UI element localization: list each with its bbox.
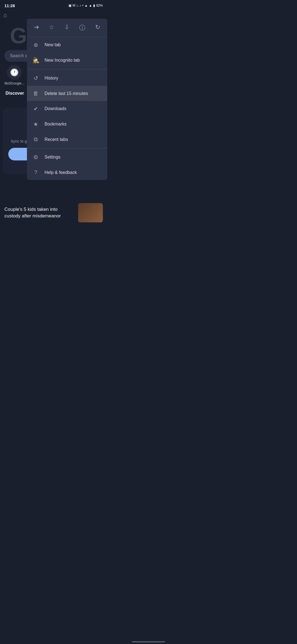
menu-item-recent-tabs[interactable]: ⧉ Recent tabs bbox=[27, 132, 107, 147]
menu-item-downloads[interactable]: ✔ Downloads bbox=[27, 101, 107, 116]
menu-item-history[interactable]: ↺ History bbox=[27, 70, 107, 86]
menu-label-settings: Settings bbox=[45, 155, 61, 160]
menu-label-help: Help & feedback bbox=[45, 170, 77, 175]
email-icon: M bbox=[73, 4, 75, 7]
settings-icon: ⚙ bbox=[32, 154, 39, 160]
house-icon: ⌂ bbox=[76, 4, 78, 7]
forward-icon[interactable]: ➔ bbox=[32, 23, 41, 33]
new-tab-icon: ⊕ bbox=[32, 42, 39, 48]
recent-tabs-icon: ⧉ bbox=[32, 136, 39, 143]
downloads-icon: ✔ bbox=[32, 105, 39, 112]
menu-item-settings[interactable]: ⚙ Settings bbox=[27, 149, 107, 165]
wifi-icon: ▲ bbox=[84, 4, 88, 7]
download-icon[interactable]: ⇩ bbox=[62, 23, 72, 33]
menu-label-delete-last: Delete last 15 minutes bbox=[45, 91, 88, 96]
divider-1 bbox=[27, 69, 107, 69]
news-thumbnail bbox=[78, 203, 103, 222]
history-icon: ↺ bbox=[32, 75, 39, 81]
bookmarks-icon: ★ bbox=[32, 121, 39, 127]
menu-item-help[interactable]: ? Help & feedback bbox=[27, 165, 107, 180]
menu-label-history: History bbox=[45, 76, 58, 81]
music-icon: ♪ bbox=[79, 4, 81, 7]
help-icon: ? bbox=[32, 169, 39, 176]
info-icon[interactable]: ⓘ bbox=[77, 23, 87, 33]
signal-icon: ▲ bbox=[89, 4, 92, 7]
menu-label-new-tab: New tab bbox=[45, 42, 61, 47]
menu-item-new-incognito[interactable]: 🕵 New Incognito tab bbox=[27, 53, 107, 68]
battery-pct: 82% bbox=[96, 4, 103, 7]
menu-toolbar: ➔ ☆ ⇩ ⓘ ↻ bbox=[27, 19, 107, 37]
battery-icon: ▮ bbox=[93, 4, 95, 7]
news-card[interactable]: Couple's 5 kids taken into custody after… bbox=[0, 199, 107, 227]
shortcut-9to5google[interactable]: 🕐 9to5Google... bbox=[4, 65, 24, 85]
status-icons: ▣ M ⌂ ♪ • ▲ ▲ ▮ 82% bbox=[68, 4, 103, 7]
menu-label-downloads: Downloads bbox=[45, 106, 66, 111]
menu-item-bookmarks[interactable]: ★ Bookmarks bbox=[27, 116, 107, 132]
delete-icon: 🗑 bbox=[32, 90, 39, 97]
status-time: 11:28 bbox=[4, 3, 15, 8]
dot-icon: • bbox=[82, 4, 83, 7]
menu-item-new-tab[interactable]: ⊕ New tab bbox=[27, 37, 107, 53]
divider-2 bbox=[27, 148, 107, 148]
refresh-icon[interactable]: ↻ bbox=[93, 23, 102, 33]
news-text: Couple's 5 kids taken into custody after… bbox=[4, 206, 75, 219]
status-bar: 11:28 ▣ M ⌂ ♪ • ▲ ▲ ▮ 82% bbox=[0, 0, 107, 10]
home-icon[interactable]: ⌂ bbox=[3, 12, 7, 19]
shortcut-label-9to5: 9to5Google... bbox=[4, 81, 24, 85]
notification-icon: ▣ bbox=[68, 4, 72, 7]
incognito-icon: 🕵 bbox=[32, 57, 39, 64]
menu-overlay: ➔ ☆ ⇩ ⓘ ↻ ⊕ New tab 🕵 New Incognito tab … bbox=[27, 19, 107, 180]
shortcut-icon-9to5: 🕐 bbox=[7, 65, 22, 80]
menu-label-new-incognito: New Incognito tab bbox=[45, 58, 80, 63]
menu-label-bookmarks: Bookmarks bbox=[45, 122, 67, 127]
star-icon[interactable]: ☆ bbox=[47, 23, 57, 33]
menu-label-recent-tabs: Recent tabs bbox=[45, 137, 68, 142]
menu-item-delete-last[interactable]: 🗑 Delete last 15 minutes bbox=[27, 86, 107, 101]
